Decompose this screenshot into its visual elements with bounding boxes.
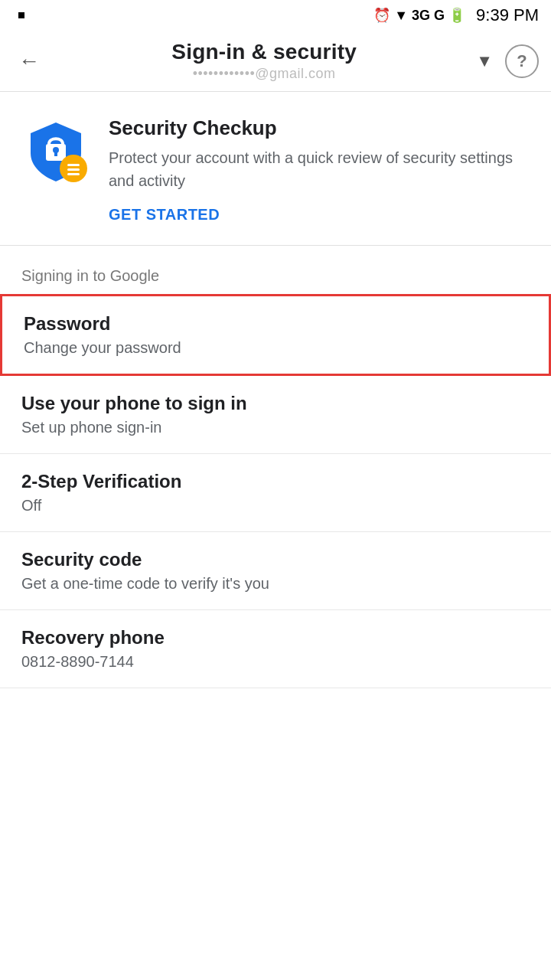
battery-icon: 🔋: [448, 7, 465, 24]
security-checkup-description: Protect your account with a quick review…: [109, 146, 530, 192]
settings-item-recovery-phone-title: Recovery phone: [21, 627, 530, 648]
settings-item-password[interactable]: Password Change your password: [0, 294, 551, 376]
time-display: 9:39 PM: [476, 5, 539, 25]
back-button[interactable]: ←: [12, 43, 46, 80]
settings-item-password-title: Password: [24, 313, 527, 335]
signal-icon: ▼: [394, 8, 408, 24]
svg-rect-2: [54, 150, 57, 156]
settings-item-two-step-subtitle: Off: [21, 497, 530, 514]
settings-list: Password Change your password Use your p…: [0, 294, 551, 688]
account-email: ••••••••••••@gmail.com: [193, 66, 336, 82]
settings-item-security-code[interactable]: Security code Get a one-time code to ver…: [0, 532, 551, 610]
settings-item-phone-sign-in[interactable]: Use your phone to sign in Set up phone s…: [0, 376, 551, 454]
settings-item-security-code-subtitle: Get a one-time code to verify it's you: [21, 575, 530, 593]
get-started-button[interactable]: GET STARTED: [109, 206, 530, 224]
svg-rect-4: [67, 164, 80, 166]
help-button[interactable]: ?: [505, 44, 539, 78]
status-bar: ⏰ ▼ 3G G 🔋 9:39 PM: [0, 0, 551, 31]
settings-item-recovery-phone[interactable]: Recovery phone 0812-8890-7144: [0, 610, 551, 688]
settings-item-security-code-title: Security code: [21, 549, 530, 570]
svg-rect-6: [67, 173, 80, 175]
network-label: 3G: [412, 8, 430, 24]
section-label: Signing in to Google: [0, 246, 551, 294]
toolbar: ← Sign-in & security ••••••••••••@gmail.…: [0, 31, 551, 92]
settings-item-password-subtitle: Change your password: [24, 339, 527, 357]
security-checkup-text: Security Checkup Protect your account wi…: [109, 116, 530, 224]
settings-item-phone-sign-in-subtitle: Set up phone sign-in: [21, 419, 530, 436]
security-checkup-icon: [21, 116, 90, 185]
clock-icon: ⏰: [373, 7, 390, 24]
settings-item-phone-sign-in-title: Use your phone to sign in: [21, 393, 530, 414]
settings-item-two-step-title: 2-Step Verification: [21, 471, 530, 492]
settings-item-two-step[interactable]: 2-Step Verification Off: [0, 454, 551, 532]
signal-indicator: [18, 12, 24, 18]
toolbar-actions: ▼ ?: [476, 44, 539, 78]
google-icon: G: [434, 8, 445, 24]
security-checkup-title: Security Checkup: [109, 116, 530, 140]
settings-item-recovery-phone-subtitle: 0812-8890-7144: [21, 653, 530, 671]
toolbar-title-area: Sign-in & security ••••••••••••@gmail.co…: [52, 40, 476, 82]
status-icons: ⏰ ▼ 3G G 🔋: [373, 7, 465, 24]
page-title: Sign-in & security: [171, 40, 357, 64]
dropdown-button[interactable]: ▼: [476, 51, 493, 71]
svg-rect-5: [67, 168, 80, 171]
shield-icon: [21, 116, 90, 185]
security-checkup-card: Security Checkup Protect your account wi…: [0, 92, 551, 246]
